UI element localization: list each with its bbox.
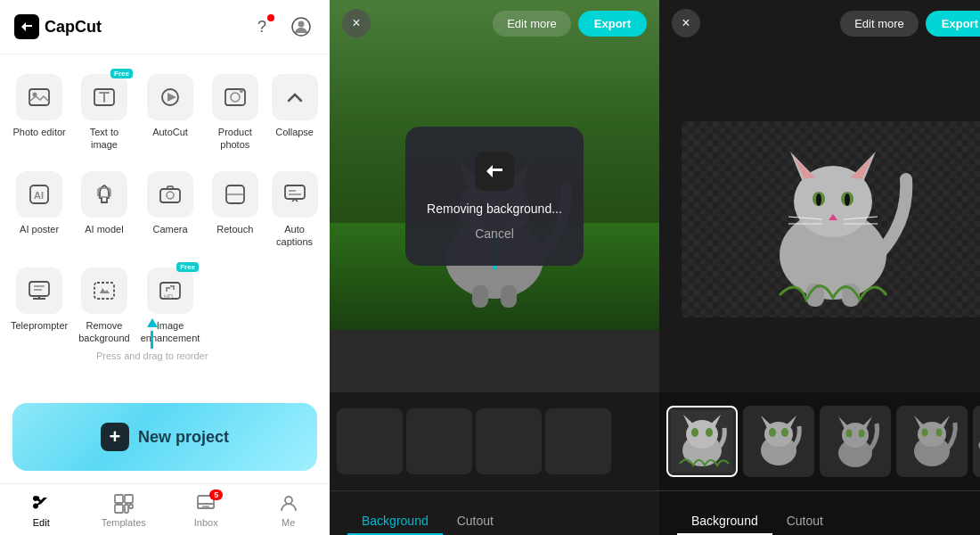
svg-point-77	[706, 428, 713, 437]
remove-background-icon-wrap	[81, 268, 127, 314]
free-badge: Free	[110, 69, 133, 78]
tool-retouch[interactable]: Retouch	[207, 162, 263, 256]
autocut-icon-wrap	[147, 74, 193, 120]
right-thumb-3[interactable]	[820, 406, 891, 477]
remove-background-icon	[93, 279, 116, 302]
inbox-badge: 5	[209, 490, 223, 500]
center-close-icon: ×	[352, 15, 360, 31]
tool-photo-editor[interactable]: Photo editor	[7, 65, 71, 159]
svg-text:AI: AI	[34, 190, 44, 201]
auto-captions-label: Auto captions	[270, 223, 319, 249]
right-thumb-5[interactable]	[973, 406, 980, 477]
teleprompter-icon	[28, 279, 51, 302]
tool-autocut[interactable]: AutoCut	[137, 65, 204, 159]
product-photos-label: Product photos	[210, 126, 259, 152]
product-photos-icon-wrap	[212, 74, 258, 120]
logo: CapCut	[14, 14, 102, 39]
svg-point-9	[240, 89, 243, 93]
tool-text-to-image[interactable]: Free Text to image	[75, 65, 134, 159]
tool-collapse[interactable]: Collapse	[266, 65, 323, 159]
svg-point-63	[845, 193, 850, 206]
center-edit-more-button[interactable]: Edit more	[493, 11, 571, 37]
svg-point-8	[231, 93, 240, 102]
avatar-icon	[291, 17, 311, 37]
help-button[interactable]: ?	[248, 12, 276, 41]
processing-capcut-icon	[482, 159, 507, 184]
center-action-buttons: Edit more Export	[493, 11, 647, 37]
text-to-image-icon-wrap: Free	[81, 74, 127, 120]
autocut-label: AutoCut	[152, 126, 188, 138]
nav-inbox-label: Inbox	[194, 517, 218, 528]
center-thumb-1[interactable]	[337, 408, 403, 474]
tab-cutout[interactable]: Cutout	[443, 506, 508, 535]
center-image-area: Removing background... Cancel	[330, 0, 659, 392]
new-project-button[interactable]: + New project	[12, 403, 317, 471]
nav-inbox[interactable]: 5 Inbox	[165, 484, 248, 535]
center-bottom-tabs: Background Cutout	[330, 490, 659, 535]
photo-editor-icon-wrap	[16, 74, 62, 120]
top-bar: CapCut ?	[0, 0, 330, 54]
right-close-button[interactable]: ×	[672, 9, 700, 37]
svg-rect-28	[115, 495, 123, 503]
svg-point-1	[298, 21, 305, 28]
svg-point-91	[859, 430, 865, 438]
retouch-icon-wrap	[212, 171, 258, 218]
scissors-icon	[30, 493, 52, 514]
tool-teleprompter[interactable]: Teleprompter	[7, 259, 71, 352]
tool-ai-poster[interactable]: AI AI poster	[7, 162, 71, 256]
ai-poster-icon-wrap: AI	[16, 171, 62, 218]
right-thumb-2[interactable]	[743, 406, 814, 477]
teleprompter-label: Teleprompter	[11, 319, 68, 332]
tool-auto-captions[interactable]: Auto captions	[266, 162, 323, 256]
svg-point-14	[167, 192, 174, 199]
svg-point-97	[922, 429, 928, 437]
right-export-button[interactable]: Export	[926, 11, 980, 37]
right-edit-more-button[interactable]: Edit more	[840, 11, 919, 37]
cutout-cat	[735, 130, 931, 309]
tool-camera[interactable]: Camera	[137, 162, 204, 256]
svg-marker-6	[167, 93, 176, 102]
cancel-button[interactable]: Cancel	[475, 226, 514, 241]
tool-ai-model[interactable]: AI model	[75, 162, 134, 256]
product-photos-icon	[224, 86, 247, 109]
image-enhancement-icon: HD	[159, 279, 182, 302]
top-icons: ?	[248, 12, 315, 41]
autocut-icon	[159, 86, 182, 109]
svg-point-36	[285, 497, 292, 504]
collapse-icon-wrap	[272, 74, 318, 120]
right-thumb-4[interactable]	[896, 406, 968, 477]
svg-text:HD: HD	[164, 293, 173, 300]
right-bottom-tabs: Background Cutout	[659, 490, 980, 535]
right-tab-cutout[interactable]: Cutout	[772, 506, 837, 535]
tab-background[interactable]: Background	[347, 506, 443, 535]
center-top-bar: × Edit more Export	[330, 0, 659, 46]
svg-marker-59	[851, 157, 872, 179]
tool-product-photos[interactable]: Product photos	[207, 65, 263, 159]
nav-templates[interactable]: Templates	[83, 484, 166, 535]
right-thumb-1-cat-icon	[671, 410, 733, 473]
right-close-icon: ×	[682, 15, 690, 31]
center-thumb-4[interactable]	[545, 408, 611, 474]
right-top-bar: × Edit more Export	[659, 0, 980, 46]
retouch-label: Retouch	[216, 223, 253, 235]
drag-hint: Press and drag to reorder	[96, 318, 208, 361]
templates-icon	[113, 493, 135, 514]
ai-model-icon-wrap	[81, 171, 127, 218]
svg-rect-17	[285, 185, 305, 199]
processing-overlay: Removing background... Cancel	[405, 127, 584, 266]
checkerboard-background	[682, 121, 980, 317]
avatar-button[interactable]	[287, 12, 315, 41]
nav-edit[interactable]: Edit	[0, 484, 83, 535]
center-thumb-3[interactable]	[476, 408, 542, 474]
center-export-button[interactable]: Export	[578, 11, 647, 37]
center-close-button[interactable]: ×	[342, 9, 371, 37]
collapse-label: Collapse	[275, 126, 314, 138]
new-project-plus-icon: +	[101, 423, 129, 451]
question-icon: ?	[257, 18, 266, 37]
center-thumb-2[interactable]	[406, 408, 472, 474]
right-thumb-1-selected[interactable]	[666, 406, 738, 477]
svg-marker-58	[794, 157, 815, 179]
nav-me[interactable]: Me	[248, 484, 331, 535]
right-tab-background[interactable]: Background	[677, 506, 772, 535]
camera-label: Camera	[152, 223, 187, 235]
